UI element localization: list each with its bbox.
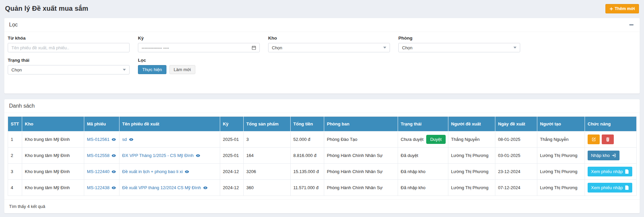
actions-cell: Nhập kho [585, 148, 637, 164]
column-header-13: Chức năng [585, 117, 637, 131]
creator-cell: Lường Thị Phương [537, 180, 585, 196]
status-selected-value: Chọn [11, 67, 22, 72]
plus-icon [609, 7, 613, 11]
name-cell: ĐX VPP Tháng 1/2025 - CS Mỹ Đình [119, 148, 220, 164]
column-header-7: Tổng tiền [291, 117, 324, 131]
keyword-input[interactable] [8, 43, 130, 52]
room-field-group: Phòng Chọn [398, 36, 520, 52]
code-cell: MS-122440 [84, 164, 119, 180]
list-panel-title: Danh sách [9, 103, 35, 109]
reset-filter-button[interactable]: Làm mới [169, 65, 195, 74]
eye-icon[interactable] [111, 169, 116, 174]
room-label: Phòng [398, 36, 520, 41]
sign-in-icon [612, 153, 616, 158]
period-input[interactable]: -------------- ---- [138, 43, 260, 52]
filter-panel-title: Lọc [9, 22, 18, 28]
code-cell: MS-012558 [84, 148, 119, 164]
room-selected-value: Chọn [402, 45, 412, 50]
name-cell: Đề xuất in lịch + phong bao li xi [119, 164, 220, 180]
filter-actions-group: Lọc Thực hiện Làm mới [138, 58, 260, 74]
status-cell: Đã duyệt [398, 148, 448, 164]
list-panel-header: Danh sách [4, 99, 640, 113]
status-select[interactable]: Chọn [8, 65, 130, 74]
creator-cell: Lường Thị Phương [537, 148, 585, 164]
trash-icon [606, 137, 610, 142]
file-icon [625, 169, 629, 174]
filter-actions-label: Lọc [138, 58, 260, 63]
eye-icon[interactable] [111, 153, 116, 158]
delete-button[interactable] [602, 134, 614, 144]
department-cell: Phòng Hành Chính Nhân Sự [324, 164, 398, 180]
status-cell: Đã nhập kho [398, 180, 448, 196]
status-field-group: Trạng thái Chọn [8, 58, 130, 74]
calendar-icon[interactable] [252, 46, 256, 50]
edit-icon [592, 137, 596, 142]
table-header-row: STTKhoMã phiếuTên phiếu đề xuấtKỳTổng sả… [8, 117, 637, 131]
list-panel: Danh sách STTKhoMã phiếuTên phiếu đề xuấ… [4, 99, 640, 213]
proposal-code-link[interactable]: MS-122438 [87, 185, 109, 190]
add-new-label: Thêm mới [615, 6, 635, 11]
view-receipt-button[interactable]: Xem phiếu nhập [588, 183, 632, 193]
eye-icon[interactable] [196, 153, 200, 158]
status-text: Đã duyệt [401, 153, 418, 158]
eye-icon[interactable] [185, 169, 189, 174]
actions-cell [585, 131, 637, 148]
proposal-code-link[interactable]: MS-122440 [87, 169, 109, 174]
period-cell: 2025-01 [220, 148, 244, 164]
proposal-date-cell: 23-12-2024 [495, 164, 537, 180]
proposal-date-cell: 07-12-2024 [495, 180, 537, 196]
status-text: Đã nhập kho [401, 169, 426, 174]
total-products-cell: 3206 [244, 164, 291, 180]
filter-panel: Lọc Từ khóa Kỳ -------------- ---- [4, 18, 640, 94]
column-header-9: Trạng thái [398, 117, 448, 131]
proposal-name-link[interactable]: Đề xuất in lịch + phong bao li xi [122, 169, 183, 174]
proposal-name-link[interactable]: ĐX VPP Tháng 1/2025 - CS Mỹ Đình [122, 153, 194, 158]
list-panel-body: STTKhoMã phiếuTên phiếu đề xuấtKỳTổng sả… [4, 113, 640, 199]
period-label: Kỳ [138, 36, 260, 41]
column-header-12: Người tạo [537, 117, 585, 131]
status-cell: Đã nhập kho [398, 164, 448, 180]
total-amount-cell: 8.816.000 đ [291, 148, 324, 164]
proposals-table: STTKhoMã phiếuTên phiếu đề xuấtKỳTổng sả… [8, 116, 637, 196]
eye-icon[interactable] [111, 137, 116, 142]
creator-cell: Lường Thị Phương [537, 164, 585, 180]
total-amount-cell: 52.000 đ [291, 131, 324, 148]
creator-cell: Thắng Nguyễn [537, 131, 585, 148]
eye-icon[interactable] [203, 185, 208, 190]
total-amount-cell: 11.571.000 đ [291, 180, 324, 196]
column-header-5: Kỳ [220, 117, 244, 131]
warehouse-field-group: Kho Chọn [268, 36, 390, 52]
proposal-code-link[interactable]: MS-012558 [87, 153, 109, 158]
approve-button[interactable]: Duyệt [426, 135, 446, 144]
period-cell: 2025-01 [220, 131, 244, 148]
receive-button[interactable]: Nhập kho [588, 151, 620, 160]
column-header-6: Tổng sản phẩm [244, 117, 291, 131]
proposer-cell: Lường Thị Phương [448, 148, 495, 164]
table-row: 3Kho trung tâm Mỹ ĐìnhMS-122440Đề xuất i… [8, 164, 637, 180]
actions-cell: Xem phiếu nhập [585, 164, 637, 180]
actions-cell: Xem phiếu nhập [585, 180, 637, 196]
keyword-field-group: Từ khóa [8, 36, 130, 52]
department-cell: Phòng Hành Chính Nhân Sự [324, 180, 398, 196]
warehouse-select[interactable]: Chọn [268, 43, 390, 52]
collapse-button[interactable] [628, 22, 635, 27]
eye-icon[interactable] [129, 137, 134, 142]
row-index-cell: 4 [8, 180, 22, 196]
proposal-name-link[interactable]: sd [122, 137, 127, 142]
caret-down-icon [383, 47, 386, 49]
view-receipt-button[interactable]: Xem phiếu nhập [588, 167, 632, 176]
room-select[interactable]: Chọn [398, 43, 520, 52]
keyword-label: Từ khóa [8, 36, 130, 41]
period-value: -------------- ---- [142, 45, 169, 50]
add-new-button[interactable]: Thêm mới [605, 4, 639, 13]
eye-icon[interactable] [111, 185, 116, 190]
edit-button[interactable] [588, 134, 600, 144]
proposal-name-link[interactable]: Đề xuất VPP tháng 12/2024 CS Mỹ Đình [122, 185, 201, 190]
warehouse-cell: Kho trung tâm Mỹ Đình [22, 164, 84, 180]
warehouse-cell: Kho trung tâm Mỹ Đình [22, 131, 84, 148]
apply-filter-button[interactable]: Thực hiện [138, 65, 166, 74]
code-cell: MS-122438 [84, 180, 119, 196]
period-field-group: Kỳ -------------- ---- [138, 36, 260, 52]
receive-button-label: Nhập kho [591, 153, 610, 158]
proposal-code-link[interactable]: MS-012561 [87, 137, 109, 142]
